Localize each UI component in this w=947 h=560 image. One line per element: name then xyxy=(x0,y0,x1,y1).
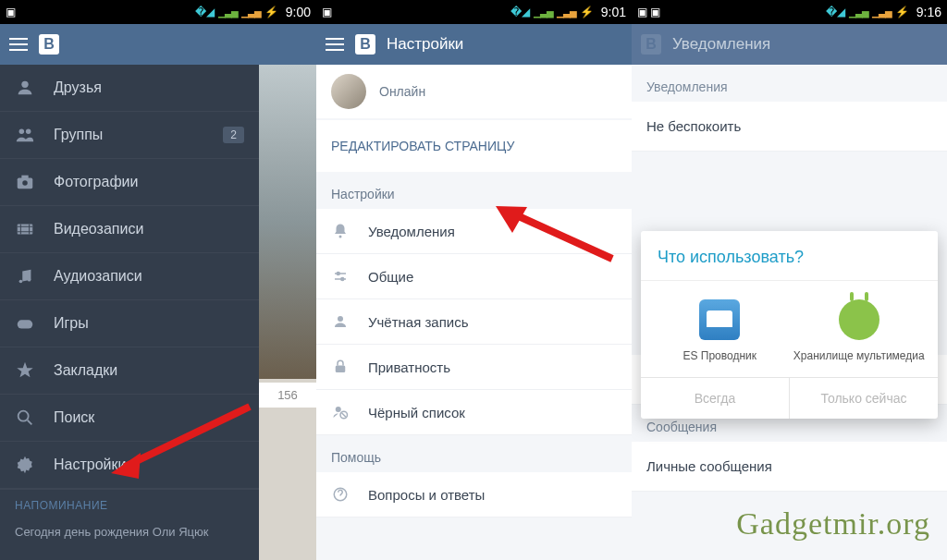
notification-icon: ▣ xyxy=(322,6,332,18)
profile-row[interactable]: Онлайн xyxy=(316,65,632,118)
notifications-content: Уведомления Не беспокоить ения в беседах… xyxy=(632,65,947,560)
header-title: Настройки xyxy=(387,35,463,54)
help-icon xyxy=(331,485,350,504)
photo-thumbnail[interactable] xyxy=(259,65,316,379)
watermark: Gadgetmir.org xyxy=(736,506,930,542)
app-header: B Уведомления xyxy=(632,24,947,65)
sidebar-label: Друзья xyxy=(54,79,102,96)
item-account[interactable]: Учётная запись xyxy=(316,299,632,345)
status-time: 9:16 xyxy=(916,5,941,19)
svg-point-4 xyxy=(22,180,28,186)
svg-point-12 xyxy=(339,236,342,238)
wifi-icon: �◢ xyxy=(195,6,215,18)
sidebar-item-games[interactable]: Игры xyxy=(0,300,259,347)
sidebar-label: Фотографии xyxy=(54,174,138,190)
status-bar: ▣ �◢ ▁▃▅ ▁▃▅ ⚡ 9:01 xyxy=(316,0,632,24)
sidebar-label: Группы xyxy=(54,127,103,143)
sidebar-item-photos[interactable]: Фотографии xyxy=(0,159,259,206)
avatar xyxy=(331,74,366,109)
dialog-apps: ES Проводник Хранилище мультимедиа xyxy=(641,281,938,377)
item-privacy[interactable]: Приватность xyxy=(316,345,632,390)
item-label: Чёрный список xyxy=(368,405,465,420)
battery-icon: ⚡ xyxy=(895,6,909,18)
settings-content: Онлайн РЕДАКТИРОВАТЬ СТРАНИЦУ Настройки … xyxy=(316,65,632,560)
menu-icon[interactable] xyxy=(9,38,28,51)
app-option-es[interactable]: ES Проводник xyxy=(650,299,790,364)
sidebar-menu: Друзья Группы 2 Фотографии Видеозаписи А… xyxy=(0,65,259,560)
sidebar-section-reminder: НАПОМИНАНИЕ xyxy=(0,489,259,517)
svg-rect-5 xyxy=(21,176,28,179)
item-label: Общие xyxy=(368,269,413,285)
item-notifications[interactable]: Уведомления xyxy=(316,209,632,254)
sidebar-label: Поиск xyxy=(54,409,94,426)
sidebar-item-settings[interactable]: Настройки xyxy=(0,442,259,489)
svg-point-8 xyxy=(28,278,31,282)
block-icon xyxy=(331,403,350,421)
signal-icon: ▁▃▅ xyxy=(218,7,238,18)
svg-point-14 xyxy=(341,278,344,281)
bell-icon xyxy=(331,222,350,240)
dialog-title: Что использовать? xyxy=(641,231,938,281)
svg-point-10 xyxy=(18,411,29,421)
svg-point-7 xyxy=(19,280,23,284)
svg-point-15 xyxy=(338,316,343,322)
row-dnd[interactable]: Не беспокоить xyxy=(632,102,947,152)
sidebar-birthday-reminder[interactable]: Сегодня день рождения Оли Яцюк xyxy=(0,517,259,546)
status-time: 9:00 xyxy=(286,5,311,19)
svg-point-17 xyxy=(336,407,341,412)
sidebar-item-audio[interactable]: Аудиозаписи xyxy=(0,253,259,300)
sidebar-label: Закладки xyxy=(54,362,117,379)
video-icon xyxy=(15,219,35,239)
item-label: Учётная запись xyxy=(368,314,469,330)
header-title: Уведомления xyxy=(672,35,770,54)
app-option-media[interactable]: Хранилище мультимедиа xyxy=(790,299,929,364)
background-content: 156 xyxy=(259,65,316,560)
signal-icon: ▁▃▅ xyxy=(534,7,553,18)
notification-icon: ▣ xyxy=(6,6,16,18)
sidebar-label: Настройки xyxy=(54,457,126,473)
sidebar-item-videos[interactable]: Видеозаписи xyxy=(0,206,259,253)
item-general[interactable]: Общие xyxy=(316,254,632,299)
app-chooser-dialog: Что использовать? ES Проводник Хранилище… xyxy=(641,231,938,419)
signal-icon-2: ▁▃▅ xyxy=(557,7,576,18)
wifi-icon: �◢ xyxy=(826,6,845,18)
item-label: Приватность xyxy=(368,359,450,375)
status-bar: ▣ �◢ ▁▃▅ ▁▃▅ ⚡ 9:00 xyxy=(0,0,316,24)
svg-point-0 xyxy=(21,81,28,88)
music-icon xyxy=(15,266,35,286)
section-notifications: Уведомления xyxy=(632,65,947,102)
sidebar-item-bookmarks[interactable]: Закладки xyxy=(0,347,259,395)
item-faq[interactable]: Вопросы и ответы xyxy=(316,472,632,517)
button-just-once[interactable]: Только сейчас xyxy=(789,378,938,419)
row-personal-messages[interactable]: Личные сообщения xyxy=(632,442,947,492)
svg-rect-6 xyxy=(18,225,33,235)
app-header: B Настройки xyxy=(316,24,632,65)
sidebar-item-friends[interactable]: Друзья xyxy=(0,65,259,112)
sidebar-item-search[interactable]: Поиск xyxy=(0,395,259,442)
media-storage-icon xyxy=(839,299,879,340)
svg-point-1 xyxy=(19,129,24,135)
button-always[interactable]: Всегда xyxy=(641,378,789,419)
user-icon xyxy=(331,312,350,331)
search-icon xyxy=(15,408,35,428)
vk-logo-icon[interactable]: B xyxy=(641,34,661,55)
menu-icon[interactable] xyxy=(326,38,344,51)
lock-icon xyxy=(331,358,350,376)
section-help: Помощь xyxy=(316,435,632,472)
gear-icon xyxy=(15,455,35,475)
svg-rect-9 xyxy=(18,320,33,328)
groups-icon xyxy=(15,125,35,145)
sidebar-item-groups[interactable]: Группы 2 xyxy=(0,112,259,159)
edit-page-button[interactable]: РЕДАКТИРОВАТЬ СТРАНИЦУ xyxy=(316,120,632,172)
section-settings: Настройки xyxy=(316,172,632,209)
gamepad-icon xyxy=(15,313,35,334)
screen-3-notifications: ▣ ▣ �◢ ▁▃▅ ▁▃▅ ⚡ 9:16 B Уведомления Увед… xyxy=(632,0,947,560)
vk-logo-icon[interactable]: B xyxy=(355,34,375,55)
vk-logo-icon[interactable]: B xyxy=(39,34,59,55)
signal-icon-2: ▁▃▅ xyxy=(241,7,261,18)
item-blacklist[interactable]: Чёрный список xyxy=(316,390,632,435)
battery-icon: ⚡ xyxy=(264,6,278,18)
wifi-icon: �◢ xyxy=(510,6,530,18)
signal-icon-2: ▁▃▅ xyxy=(872,7,892,18)
signal-icon: ▁▃▅ xyxy=(849,7,868,18)
